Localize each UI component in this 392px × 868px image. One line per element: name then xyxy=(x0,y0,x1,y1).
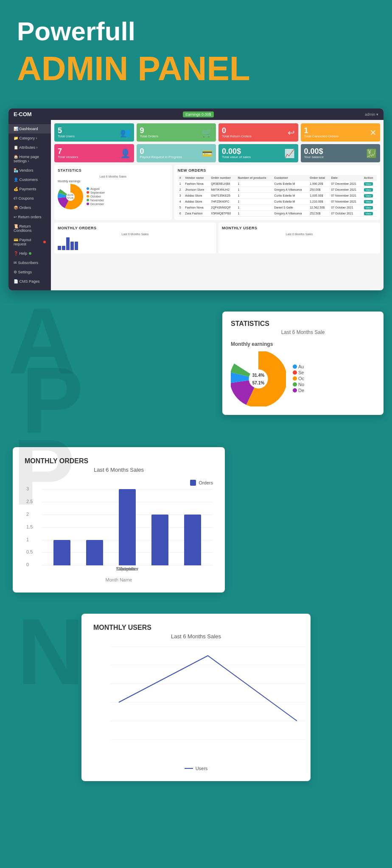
hero-title-powerfull: Powerfull xyxy=(17,17,375,46)
cell-customer: Gregory A Villanueva xyxy=(272,187,308,193)
cell-action[interactable]: View xyxy=(362,211,377,217)
orders-legend-box xyxy=(190,480,196,486)
db-logo: E·COM xyxy=(14,111,32,117)
sidebar-item-cms[interactable]: 📄 CMS Pages xyxy=(8,277,51,286)
mini-bar-4 xyxy=(70,242,74,250)
stats-large-chart-title: Monthly earnings xyxy=(231,341,375,347)
cell-order: QR3E6ELKB8 xyxy=(209,181,236,187)
monthly-orders-section: P MONTHLY ORDERS Last 6 Months Sales Ord… xyxy=(0,439,392,614)
sidebar-item-attributes[interactable]: 📋 Attributes › xyxy=(8,143,51,152)
view-button[interactable]: View xyxy=(364,212,373,215)
cell-order: X5RMQBTPB0 xyxy=(209,211,236,217)
col-customer: Customer xyxy=(272,175,308,181)
db-monthly-users-mini: MONTHLY USERS Last 6 Months Sales xyxy=(218,223,380,253)
cell-action[interactable]: View xyxy=(362,205,377,211)
cell-qty: 1 xyxy=(236,211,272,217)
col-vendor: Vendor name xyxy=(183,175,209,181)
monthly-orders-panel: MONTHLY ORDERS Last 6 Months Sales Order… xyxy=(13,447,225,593)
svg-text:57.1%: 57.1% xyxy=(67,197,74,199)
sidebar-item-homepage[interactable]: 🏠 Home page settings › xyxy=(8,152,51,166)
db-statistics-panel: STATISTICS Last 6 Months Sales Monthly e… xyxy=(54,165,172,220)
line-legend-line xyxy=(185,768,193,769)
sidebar-item-dashboard[interactable]: 📊 Dashboard xyxy=(8,124,51,134)
view-button[interactable]: View xyxy=(364,200,373,203)
stat-card-users: 5 Total Users 👥 xyxy=(54,123,134,142)
stat-vendors-num: 7 xyxy=(58,147,78,155)
view-button[interactable]: View xyxy=(364,188,373,192)
sidebar-item-help[interactable]: ❓ Help xyxy=(8,249,51,258)
new-orders-title: NEW ORDERS xyxy=(178,168,377,172)
cell-customer: Curtis Estella M xyxy=(272,193,308,199)
sidebar-item-vendors[interactable]: 🏪 Vendors xyxy=(8,166,51,175)
balance-icon: 💹 xyxy=(366,148,377,159)
cell-action[interactable]: View xyxy=(362,187,377,193)
table-row: 5 Fashion Nova 2QP43NM2QP 1 Daniel S Gal… xyxy=(178,205,377,211)
cell-vendor: Adidas Store xyxy=(183,199,209,205)
cell-total: 250.00$ xyxy=(308,187,329,193)
line-legend-label: Users xyxy=(196,766,208,771)
sidebar-item-coupons[interactable]: 🏷 Coupons xyxy=(8,194,51,203)
cell-action[interactable]: View xyxy=(362,199,377,205)
monthly-users-mini-title: MONTHLY USERS xyxy=(222,226,377,230)
cell-order: M8TIK4NUH2 xyxy=(209,187,236,193)
bar-august xyxy=(53,540,70,565)
sidebar-item-settings[interactable]: ⚙ Settings xyxy=(8,267,51,277)
cell-vendor: Jhonson Store xyxy=(183,187,209,193)
stat-cards-row1: 5 Total Users 👥 9 Total Orders 🛒 0 Tot xyxy=(54,123,380,142)
stat-card-vendors: 7 Total Vendors 👤 xyxy=(54,144,134,162)
vendors-icon: 👤 xyxy=(120,148,131,159)
view-button[interactable]: View xyxy=(364,182,373,186)
sidebar-item-return-cond[interactable]: 📜 Return Conditions xyxy=(8,222,51,235)
view-button[interactable]: View xyxy=(364,206,373,209)
cell-total: 1,990.20$ xyxy=(308,181,329,187)
hero-title-admin: ADMIN PANEL xyxy=(17,50,375,87)
cell-date: 07 November 2021 xyxy=(329,193,362,199)
cell-date: 07 December 2021 xyxy=(329,181,362,187)
col-total: Order total xyxy=(308,175,329,181)
cell-date: 07 October 2021 xyxy=(329,205,362,211)
stat-card-payout: 0 Payout Request in Progress 💳 xyxy=(137,144,216,162)
cell-total: 1,005.00$ xyxy=(308,193,329,199)
cell-action[interactable]: View xyxy=(362,181,377,187)
stat-card-cancelled: 1 Total Cancelled Orders ✕ xyxy=(301,123,381,142)
db-bottom-panels: MONTHLY ORDERS Last 6 Months Sales MONTH… xyxy=(54,223,380,253)
view-button[interactable]: View xyxy=(364,194,373,198)
cell-date: 07 December 2021 xyxy=(329,187,362,193)
stat-payout-num: 0 xyxy=(140,147,182,155)
db-admin-label[interactable]: admin ▾ xyxy=(365,112,378,117)
bg-letter-p: P xyxy=(21,354,84,439)
bar-rect-september xyxy=(86,540,103,565)
col-id: # xyxy=(178,175,184,181)
bar-rect-december xyxy=(184,515,201,565)
table-row: 3 Adidas Store GWT135KEZ6 1 Curtis Estel… xyxy=(178,193,377,199)
sidebar-item-payments[interactable]: 💰 Payments xyxy=(8,184,51,194)
hero-section: Powerfull ADMIN PANEL xyxy=(0,0,392,108)
col-order: Order number xyxy=(209,175,236,181)
mini-bar-chart xyxy=(58,237,213,250)
db-earnings-badge[interactable]: Earnings 0.00$ xyxy=(183,111,214,117)
sidebar-item-return-orders[interactable]: ↩ Return orders xyxy=(8,212,51,222)
bar-october xyxy=(119,489,136,565)
cell-vendor: Fashion Nova xyxy=(183,181,209,187)
cell-id: 6 xyxy=(178,211,184,217)
db-new-orders-panel: NEW ORDERS # Vendor name Order number Nu… xyxy=(174,165,380,220)
stat-cancelled-num: 1 xyxy=(304,127,339,134)
cell-vendor: Fashion Nova xyxy=(183,205,209,211)
sidebar-item-subscribers[interactable]: ✉ Subscribers xyxy=(8,258,51,267)
sidebar-item-customers[interactable]: 👤 Customers xyxy=(8,175,51,184)
cell-order: 2QP43NM2QP xyxy=(209,205,236,211)
mini-bar-1 xyxy=(58,246,61,250)
line-chart-container: 5 4 3 2 1 0 October November December xyxy=(93,646,299,762)
cell-action[interactable]: View xyxy=(362,193,377,199)
bg-letter-n: N xyxy=(17,614,84,698)
sidebar-item-category[interactable]: 📁 Category › xyxy=(8,134,51,143)
statistics-large-panel: STATISTICS Last 6 Months Sale Monthly ea… xyxy=(222,312,384,415)
stat-orders-label: Total Orders xyxy=(140,134,159,138)
monthly-orders-mini-sub: Last 6 Months Sales xyxy=(58,233,213,236)
sidebar-item-payout[interactable]: 💳 Payout request xyxy=(8,235,51,249)
statistics-subtitle: Last 6 Months Sales xyxy=(58,175,168,178)
bar-rect-august xyxy=(53,540,70,565)
pie-legend: August September October November Decemb… xyxy=(87,187,105,206)
sidebar-item-orders[interactable]: 📦 Orders xyxy=(8,203,51,212)
table-row: 2 Jhonson Store M8TIK4NUH2 1 Gregory A V… xyxy=(178,187,377,193)
